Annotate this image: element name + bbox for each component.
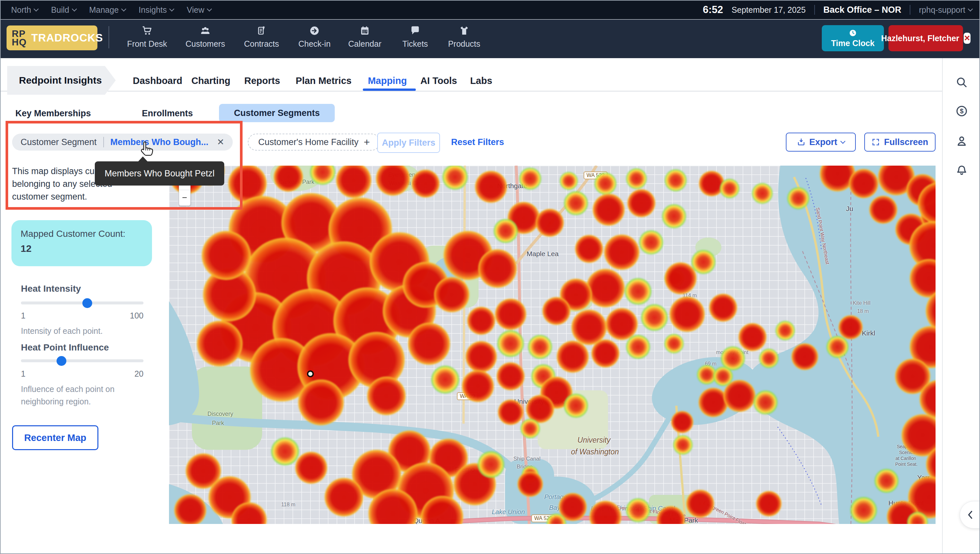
tab-dashboard[interactable]: Dashboard (133, 75, 182, 86)
logo-acronym: RPHQ (12, 29, 27, 46)
close-icon[interactable]: ✕ (964, 33, 970, 44)
count-value: 12 (21, 243, 143, 254)
map-label: Kirkl (862, 329, 875, 337)
tab-charting[interactable]: Charting (191, 75, 230, 86)
tab-mapping[interactable]: Mapping (368, 75, 407, 86)
logged-in-user-button[interactable]: Hazlehurst, Fletcher ✕ (889, 25, 963, 51)
checkin-icon (308, 25, 320, 37)
customer-point-marker (307, 371, 314, 377)
subtab-enrollments[interactable]: Enrollments (142, 108, 193, 119)
fullscreen-button[interactable]: Fullscreen (864, 133, 935, 151)
plus-icon: + (364, 136, 370, 148)
remove-filter-icon[interactable]: ✕ (215, 137, 225, 147)
map-label: Lake Union (492, 508, 525, 516)
map-label: 69 m (705, 361, 717, 367)
user-name: Hazlehurst, Fletcher (881, 33, 959, 43)
svg-text:$: $ (960, 107, 963, 115)
menu-view[interactable]: View (187, 5, 211, 15)
tab-ai-tools[interactable]: AI Tools (420, 75, 457, 86)
tab-labs[interactable]: Labs (470, 75, 492, 86)
nav-check-in[interactable]: Check-in (289, 25, 340, 49)
office-label: Back Office – NOR (824, 5, 902, 15)
map-label: WA 522 (584, 172, 607, 179)
map-label: Ship Canal (513, 456, 540, 462)
menu-build[interactable]: Build (51, 5, 76, 15)
chevron-down-icon (840, 138, 846, 144)
download-icon (797, 138, 806, 146)
map-label: Park (212, 420, 224, 427)
billing-dollar-icon[interactable]: $ (955, 105, 968, 118)
right-utility-rail: $ (942, 58, 980, 554)
tab-reports[interactable]: Reports (244, 75, 280, 86)
subtab-customer-segments[interactable]: Customer Segments (219, 104, 335, 122)
heat-influence-slider[interactable] (21, 359, 144, 362)
add-home-facility-filter[interactable]: Customer's Home Facility + (248, 134, 380, 151)
time-clock-button[interactable]: Time Clock (822, 25, 884, 51)
menu-manage[interactable]: Manage (89, 5, 126, 15)
filter-value[interactable]: Members Who Bough... (110, 137, 209, 147)
map-label: Evergreen Point Floating Bridge (702, 500, 766, 524)
divider (1, 91, 942, 91)
map-label: montory Point (716, 350, 749, 355)
tab-plan-metrics[interactable]: Plan Metrics (296, 75, 352, 86)
map-label: Hunts Point (889, 499, 924, 507)
map-label: Portage (544, 493, 567, 501)
notifications-bell-icon[interactable] (955, 164, 968, 177)
heat-intensity-label: Heat Intensity (21, 283, 81, 294)
chevron-down-icon (72, 6, 77, 11)
recenter-map-button[interactable]: Recenter Map (12, 425, 98, 450)
map-label: Queen A (413, 517, 440, 524)
chevron-down-icon (968, 6, 973, 11)
subtab-key-memberships[interactable]: Key Memberships (15, 108, 91, 119)
map-label: Kite Hill (853, 300, 870, 306)
module-badge: Redpoint Insights (7, 66, 105, 95)
map-label: 18 m (857, 308, 869, 314)
brand-logo[interactable]: RPHQ TRADROCKS (6, 25, 97, 50)
nav-calendar[interactable]: Calendar (339, 25, 390, 49)
export-button[interactable]: Export (786, 133, 856, 151)
map-label: 29 m (731, 357, 743, 363)
menu-north[interactable]: North (11, 5, 38, 15)
heat-influence-thumb[interactable] (57, 356, 66, 366)
person-icon[interactable] (955, 135, 968, 148)
search-icon[interactable] (955, 76, 968, 89)
nav-front-desk[interactable]: Front Desk (121, 25, 172, 49)
clock-time: 6:52 (703, 4, 723, 16)
chevron-down-icon (121, 6, 126, 11)
heat-influence-caption: Influence of each point on neighboring r… (21, 383, 115, 408)
reset-filters-button[interactable]: Reset Filters (451, 137, 504, 147)
map-label: Washelli Ce (389, 180, 420, 187)
heat-intensity-caption: Intensity of each point. (21, 325, 103, 337)
divider (103, 137, 104, 147)
map-label: Sand Point Way Northeast (815, 207, 830, 264)
zoom-out-button[interactable]: − (179, 190, 190, 206)
segment-filter-chip[interactable]: Customer Segment Members Who Bough... ✕ (12, 134, 233, 151)
chevron-down-icon (34, 6, 39, 11)
heat-influence-label: Heat Point Influence (21, 342, 109, 353)
nav-customers[interactable]: Customers (180, 25, 231, 49)
nav-products[interactable]: Products (439, 25, 490, 49)
map-label: Carkeek Park (279, 179, 314, 186)
nav-tickets[interactable]: Tickets (389, 25, 441, 49)
menu-insights[interactable]: Insights (139, 5, 174, 15)
clock-date: September 17, 2025 (731, 5, 806, 15)
apply-filters-button[interactable]: Apply Filters (377, 133, 440, 153)
support-user-menu[interactable]: rphq-support (919, 5, 972, 15)
map-label: Park (684, 516, 698, 524)
map-label: Bay (549, 504, 560, 511)
clock-icon (849, 29, 857, 37)
expand-icon (871, 138, 880, 146)
map-label: Scenics (899, 450, 915, 455)
heatmap-canvas[interactable]: Carkeek ParkEvergreen-Washelli CeNorthga… (169, 166, 935, 524)
map-label: at Carillon (895, 456, 916, 461)
map-label: University (578, 436, 611, 444)
count-label: Mapped Customer Count: (21, 229, 143, 239)
map-label: Seaplane (897, 444, 916, 449)
heat-intensity-range: 1100 (21, 311, 144, 320)
heat-intensity-thumb[interactable] (82, 298, 92, 308)
map-label: University District (514, 398, 567, 405)
map-labels-layer: Carkeek ParkEvergreen-Washelli CeNorthga… (169, 166, 935, 524)
nav-contracts[interactable]: Contracts (236, 25, 287, 49)
heat-intensity-slider[interactable] (21, 301, 144, 304)
chevron-left-icon (966, 510, 974, 520)
